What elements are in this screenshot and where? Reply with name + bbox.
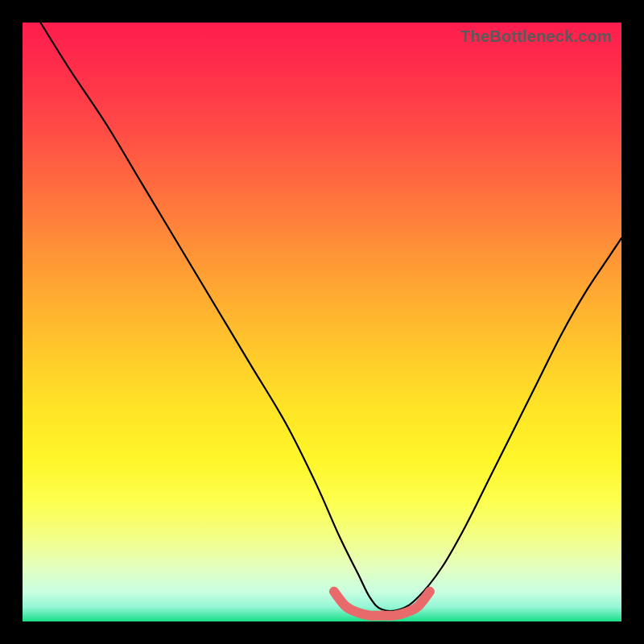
plot-area: TheBottleneck.com bbox=[23, 23, 621, 621]
chart-stage: TheBottleneck.com bbox=[0, 0, 644, 644]
black-curve bbox=[40, 23, 621, 611]
curve-layer bbox=[23, 23, 621, 621]
pink-valley-highlight bbox=[334, 592, 430, 616]
watermark-text: TheBottleneck.com bbox=[460, 27, 612, 46]
